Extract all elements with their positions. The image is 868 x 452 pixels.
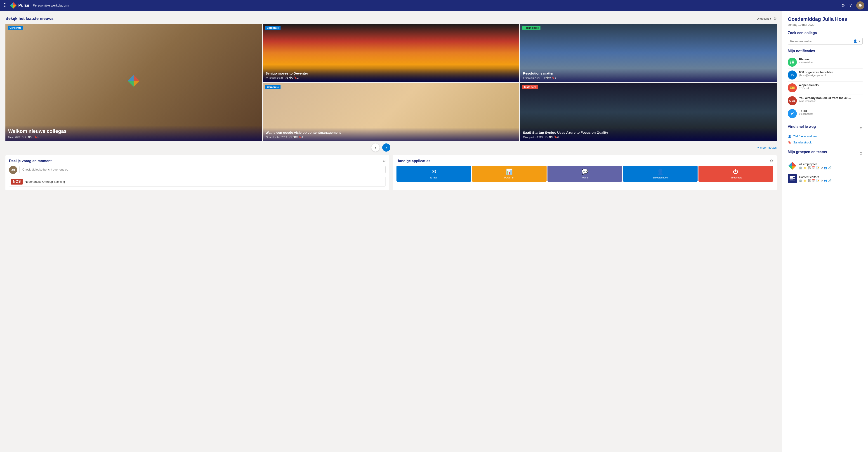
news-title-resolutions: Resolutions matter xyxy=(523,71,774,76)
powerbi-app-label: Power BI xyxy=(504,176,515,179)
apps-settings-icon[interactable]: ⚙ xyxy=(770,159,773,163)
share-settings-icon[interactable]: ⚙ xyxy=(382,159,385,163)
news-likes-large: ♡0 xyxy=(22,135,26,138)
share-panel-header: Deel je vraag en moment ⚙ xyxy=(9,159,385,163)
share-user-avatar: JH xyxy=(9,166,17,174)
groups-section-header: Mijn groepen en teams ⚙ xyxy=(788,150,863,157)
smoelenboek-app-label: Smoelenboek xyxy=(653,176,668,179)
email-app-label: E-mail xyxy=(430,176,437,179)
teams-app-icon: 💬 xyxy=(581,168,588,175)
waffle-menu-icon[interactable]: ⠿ xyxy=(4,3,7,8)
groups-section: Mijn groepen en teams ⚙ All employees 🏢 xyxy=(788,150,863,185)
svg-marker-7 xyxy=(128,80,133,87)
news-grid: Corporate Welkom nieuwe collegas 8 mei 2… xyxy=(5,24,777,141)
search-person-icon: 👤 xyxy=(853,39,857,43)
content-editors-icons: 🏢 📁 💬 📅 📝 ⚙ 👥 🔗 xyxy=(799,179,832,182)
app-tile-smoelenboek[interactable]: 👤 Smoelenboek xyxy=(623,166,698,182)
pulse-diamond-logo xyxy=(10,2,17,9)
news-meta-saas: 15 augustus 2019 ♡0 💬1 🔖3 xyxy=(523,135,774,138)
notif-item-planner[interactable]: Planner 4 open taken xyxy=(788,56,863,69)
sick-link-label: Ziek/beter melden xyxy=(793,135,817,138)
news-item-visie[interactable]: Corporate Wat is een goede visie op cont… xyxy=(263,83,520,141)
app-name-label: Pulse xyxy=(18,3,29,8)
share-panel: Deel je vraag en moment ⚙ JH NOS Nederla… xyxy=(5,155,389,190)
top-navigation: ⠿ Pulse Persoonlijke werkplatform ⚙ ? JH xyxy=(0,0,868,11)
news-tag-synigo: Corporate xyxy=(265,26,281,30)
news-item-saas[interactable]: In de pers SaaS Startup Synigo Uses Azur… xyxy=(520,83,777,141)
all-employees-info: All employees 🏢 📁 💬 📅 📝 ⚙ 👥 🔗 xyxy=(799,162,832,169)
news-settings-icon[interactable]: ⚙ xyxy=(774,17,777,21)
bottom-panels: Deel je vraag en moment ⚙ JH NOS Nederla… xyxy=(5,155,777,190)
quick-link-sick[interactable]: 👤 Ziek/beter melden xyxy=(788,133,863,139)
news-pulse-logo xyxy=(127,74,141,88)
date-text: zondag 10 mei 2020 xyxy=(788,23,863,26)
groups-settings-icon[interactable]: ⚙ xyxy=(860,151,863,156)
carousel-prev-button[interactable]: ‹ xyxy=(371,143,379,152)
email-app-icon: ✉ xyxy=(432,168,436,175)
all-employees-icons: 🏢 📁 💬 📅 📝 ⚙ 👥 🔗 xyxy=(799,166,832,169)
page-body: Bekijk het laatste nieuws Uitgelicht ▾ ⚙… xyxy=(0,11,868,452)
topdesk-notif-sub: TOPdesk xyxy=(799,87,863,90)
search-colleague-input[interactable] xyxy=(790,39,852,43)
meer-nieuws-link[interactable]: ↗ meer nieuws xyxy=(756,146,777,149)
notif-item-todo[interactable]: ✔ To-do 0 open taken xyxy=(788,107,863,120)
greeting-text: Goedemiddag Julia Hoes xyxy=(788,16,863,22)
content-editors-info: Content editors 🏢 📁 💬 📅 📝 ⚙ 👥 🔗 xyxy=(799,175,832,182)
quick-links-settings-icon[interactable]: ⚙ xyxy=(860,126,863,130)
apps-panel-header: Handige applicaties ⚙ xyxy=(397,159,773,163)
quick-link-salary[interactable]: 🔖 Salarissstrook xyxy=(788,139,863,146)
carousel-next-button[interactable]: › xyxy=(382,143,391,152)
share-area: JH xyxy=(9,166,385,174)
afas-notif-content: You already booked 33 from the 40 ... Af… xyxy=(799,96,863,102)
powerbi-app-icon: 📊 xyxy=(506,168,513,175)
help-icon[interactable]: ? xyxy=(849,3,852,8)
news-item-large[interactable]: Corporate Welkom nieuwe collegas 8 mei 2… xyxy=(5,24,262,141)
uitgelicht-filter[interactable]: Uitgelicht ▾ xyxy=(757,17,771,20)
app-tile-timesheets[interactable]: ⏻ Timesheets xyxy=(699,166,773,182)
notif-item-afas[interactable]: AFAS You already booked 33 from the 40 .… xyxy=(788,94,863,107)
svg-marker-9 xyxy=(792,162,796,166)
app-tile-email[interactable]: ✉ E-mail xyxy=(397,166,471,182)
news-tag-corporate: Corporate xyxy=(8,26,23,30)
planner-icon xyxy=(788,58,797,67)
app-tile-powerbi[interactable]: 📊 Power BI xyxy=(472,166,547,182)
smoelenboek-app-icon: 👤 xyxy=(657,168,664,175)
news-item-synigo[interactable]: Corporate Synigo moves to Deventer 24 ja… xyxy=(263,24,520,82)
search-chevron-icon: ▾ xyxy=(859,39,860,43)
content-editors-icon xyxy=(788,174,797,183)
quick-links-title: Vind snel je weg xyxy=(788,125,816,129)
teams-app-label: Teams xyxy=(581,176,588,179)
content-editors-name: Content editors xyxy=(799,175,832,179)
search-colleague-box[interactable]: 👤 ▾ xyxy=(788,38,863,44)
timesheets-app-icon: ⏻ xyxy=(733,168,739,175)
settings-icon[interactable]: ⚙ xyxy=(841,3,845,8)
share-input[interactable] xyxy=(20,166,385,173)
svg-marker-10 xyxy=(792,166,796,170)
svg-marker-2 xyxy=(13,5,17,8)
notif-item-topdesk[interactable]: 🎫 4 open tickets TOPdesk xyxy=(788,82,863,94)
group-item-all-employees[interactable]: All employees 🏢 📁 💬 📅 📝 ⚙ 👥 🔗 xyxy=(788,159,863,172)
news-tag-pers: In de pers xyxy=(522,85,538,89)
group-item-content-editors[interactable]: Content editors 🏢 📁 💬 📅 📝 ⚙ 👥 🔗 xyxy=(788,172,863,185)
svg-marker-5 xyxy=(133,75,140,80)
app-logo: Pulse xyxy=(10,2,29,9)
afas-notif-icon: AFAS xyxy=(788,96,797,105)
email-notif-icon: ✉ xyxy=(788,70,797,79)
app-tile-teams[interactable]: 💬 Teams xyxy=(548,166,622,182)
news-overlay-visie: Wat is een goede visie op contentmanagem… xyxy=(263,128,520,141)
timesheets-app-label: Timesheets xyxy=(730,176,742,179)
share-panel-title: Deel je vraag en moment xyxy=(9,159,52,163)
user-avatar[interactable]: JH xyxy=(856,1,864,9)
all-employees-name: All employees xyxy=(799,162,832,166)
uitgelicht-chevron: ▾ xyxy=(770,17,771,20)
notifications-list: Planner 4 open taken ✉ 650 ongelezen ber… xyxy=(788,56,863,120)
main-content-area: Bekijk het laatste nieuws Uitgelicht ▾ ⚙… xyxy=(0,11,782,452)
news-item-resolutions[interactable]: Technologie Resolutions matter 17 januar… xyxy=(520,24,777,82)
meer-nieuws-arrow: ↗ xyxy=(756,146,759,149)
todo-notif-sub: 0 open taken xyxy=(799,112,863,115)
news-tag-visie: Corporate xyxy=(265,85,281,89)
shared-org-name: Nederlandse Omroep Stichting xyxy=(25,180,65,184)
salary-link-icon: 🔖 xyxy=(788,141,792,144)
notif-item-email[interactable]: ✉ 650 ongelezen berichten j.hoes@nextgen… xyxy=(788,69,863,82)
news-overlay-resolutions: Resolutions matter 17 januari 2020 ♡0 💬0… xyxy=(520,68,777,82)
